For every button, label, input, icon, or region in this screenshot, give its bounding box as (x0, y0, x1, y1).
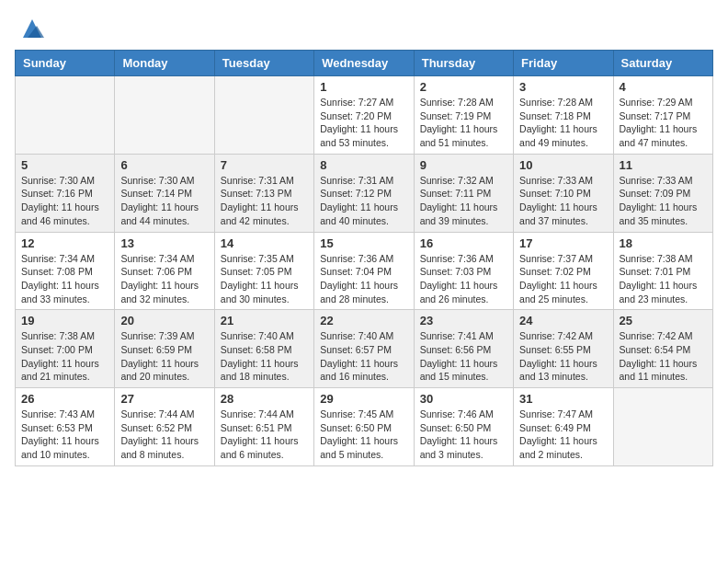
calendar-day-cell: 16Sunrise: 7:36 AM Sunset: 7:03 PM Dayli… (414, 232, 513, 310)
calendar-day-cell: 26Sunrise: 7:43 AM Sunset: 6:53 PM Dayli… (16, 388, 115, 466)
day-info: Sunrise: 7:30 AM Sunset: 7:14 PM Dayligh… (120, 174, 208, 228)
day-number: 13 (120, 236, 208, 250)
calendar-week-row: 12Sunrise: 7:34 AM Sunset: 7:08 PM Dayli… (16, 232, 713, 310)
empty-day-cell (115, 76, 214, 155)
day-info: Sunrise: 7:28 AM Sunset: 7:19 PM Dayligh… (420, 96, 507, 150)
weekday-header-wednesday: Wednesday (314, 51, 414, 76)
empty-day-cell (613, 388, 712, 466)
weekday-header-monday: Monday (115, 51, 214, 76)
calendar-day-cell: 24Sunrise: 7:42 AM Sunset: 6:55 PM Dayli… (514, 310, 613, 388)
day-info: Sunrise: 7:42 AM Sunset: 6:55 PM Dayligh… (519, 329, 607, 384)
day-number: 12 (21, 236, 108, 250)
calendar-day-cell: 1Sunrise: 7:27 AM Sunset: 7:20 PM Daylig… (314, 76, 414, 155)
calendar-week-row: 19Sunrise: 7:38 AM Sunset: 7:00 PM Dayli… (16, 310, 713, 388)
calendar-day-cell: 6Sunrise: 7:30 AM Sunset: 7:14 PM Daylig… (115, 154, 214, 232)
calendar-day-cell: 13Sunrise: 7:34 AM Sunset: 7:06 PM Dayli… (115, 232, 214, 310)
calendar-day-cell: 17Sunrise: 7:37 AM Sunset: 7:02 PM Dayli… (514, 232, 613, 310)
day-info: Sunrise: 7:31 AM Sunset: 7:12 PM Dayligh… (320, 174, 407, 228)
day-number: 5 (21, 158, 108, 172)
day-number: 23 (420, 314, 507, 327)
day-info: Sunrise: 7:30 AM Sunset: 7:16 PM Dayligh… (21, 174, 108, 228)
calendar-day-cell: 10Sunrise: 7:33 AM Sunset: 7:10 PM Dayli… (514, 154, 613, 232)
calendar-day-cell: 29Sunrise: 7:45 AM Sunset: 6:50 PM Dayli… (314, 388, 414, 466)
day-info: Sunrise: 7:43 AM Sunset: 6:53 PM Dayligh… (21, 408, 108, 462)
calendar-day-cell: 28Sunrise: 7:44 AM Sunset: 6:51 PM Dayli… (214, 388, 313, 466)
day-number: 1 (320, 80, 407, 94)
day-info: Sunrise: 7:34 AM Sunset: 7:08 PM Dayligh… (21, 252, 108, 306)
calendar-week-row: 5Sunrise: 7:30 AM Sunset: 7:16 PM Daylig… (16, 154, 713, 232)
calendar-day-cell: 19Sunrise: 7:38 AM Sunset: 7:00 PM Dayli… (16, 310, 115, 388)
day-number: 28 (221, 392, 308, 406)
day-number: 10 (519, 158, 607, 172)
calendar-day-cell: 18Sunrise: 7:38 AM Sunset: 7:01 PM Dayli… (613, 232, 712, 310)
day-number: 18 (620, 236, 707, 250)
calendar-day-cell: 15Sunrise: 7:36 AM Sunset: 7:04 PM Dayli… (314, 232, 414, 310)
calendar-day-cell: 25Sunrise: 7:42 AM Sunset: 6:54 PM Dayli… (613, 310, 712, 388)
calendar-table: SundayMondayTuesdayWednesdayThursdayFrid… (15, 50, 713, 466)
weekday-header-sunday: Sunday (16, 51, 115, 76)
day-number: 16 (420, 236, 507, 250)
calendar-day-cell: 21Sunrise: 7:40 AM Sunset: 6:58 PM Dayli… (214, 310, 313, 388)
day-number: 14 (221, 236, 308, 250)
day-info: Sunrise: 7:36 AM Sunset: 7:03 PM Dayligh… (420, 252, 507, 306)
day-number: 6 (120, 158, 208, 172)
day-number: 19 (21, 314, 108, 327)
day-info: Sunrise: 7:32 AM Sunset: 7:11 PM Dayligh… (420, 174, 507, 228)
calendar-week-row: 1Sunrise: 7:27 AM Sunset: 7:20 PM Daylig… (16, 76, 713, 155)
day-info: Sunrise: 7:29 AM Sunset: 7:17 PM Dayligh… (620, 96, 707, 150)
day-number: 27 (120, 392, 208, 406)
weekday-header-friday: Friday (514, 51, 613, 76)
day-info: Sunrise: 7:47 AM Sunset: 6:49 PM Dayligh… (519, 408, 607, 462)
day-info: Sunrise: 7:39 AM Sunset: 6:59 PM Dayligh… (120, 329, 208, 384)
logo-icon (18, 15, 46, 42)
calendar-day-cell: 23Sunrise: 7:41 AM Sunset: 6:56 PM Dayli… (414, 310, 513, 388)
day-number: 21 (221, 314, 308, 327)
calendar-day-cell: 12Sunrise: 7:34 AM Sunset: 7:08 PM Dayli… (16, 232, 115, 310)
day-info: Sunrise: 7:38 AM Sunset: 7:00 PM Dayligh… (21, 329, 108, 384)
calendar-day-cell: 9Sunrise: 7:32 AM Sunset: 7:11 PM Daylig… (414, 154, 513, 232)
calendar-day-cell: 5Sunrise: 7:30 AM Sunset: 7:16 PM Daylig… (16, 154, 115, 232)
day-number: 15 (320, 236, 407, 250)
page-header (15, 15, 713, 42)
day-info: Sunrise: 7:31 AM Sunset: 7:13 PM Dayligh… (221, 174, 308, 228)
day-number: 8 (320, 158, 407, 172)
calendar-day-cell: 2Sunrise: 7:28 AM Sunset: 7:19 PM Daylig… (414, 76, 513, 155)
day-number: 26 (21, 392, 108, 406)
day-number: 2 (420, 80, 507, 94)
day-number: 22 (320, 314, 407, 327)
weekday-header-saturday: Saturday (613, 51, 712, 76)
day-info: Sunrise: 7:27 AM Sunset: 7:20 PM Dayligh… (320, 96, 407, 150)
day-number: 30 (420, 392, 507, 406)
day-info: Sunrise: 7:46 AM Sunset: 6:50 PM Dayligh… (420, 408, 507, 462)
day-info: Sunrise: 7:33 AM Sunset: 7:10 PM Dayligh… (519, 174, 607, 228)
calendar-day-cell: 3Sunrise: 7:28 AM Sunset: 7:18 PM Daylig… (514, 76, 613, 155)
calendar-week-row: 26Sunrise: 7:43 AM Sunset: 6:53 PM Dayli… (16, 388, 713, 466)
day-number: 20 (120, 314, 208, 327)
day-info: Sunrise: 7:34 AM Sunset: 7:06 PM Dayligh… (120, 252, 208, 306)
calendar-day-cell: 11Sunrise: 7:33 AM Sunset: 7:09 PM Dayli… (613, 154, 712, 232)
logo (15, 15, 46, 42)
calendar-header-row: SundayMondayTuesdayWednesdayThursdayFrid… (16, 51, 713, 76)
day-info: Sunrise: 7:40 AM Sunset: 6:58 PM Dayligh… (221, 329, 308, 384)
calendar-day-cell: 7Sunrise: 7:31 AM Sunset: 7:13 PM Daylig… (214, 154, 313, 232)
day-number: 9 (420, 158, 507, 172)
calendar-day-cell: 31Sunrise: 7:47 AM Sunset: 6:49 PM Dayli… (514, 388, 613, 466)
day-info: Sunrise: 7:33 AM Sunset: 7:09 PM Dayligh… (620, 174, 707, 228)
calendar-day-cell: 27Sunrise: 7:44 AM Sunset: 6:52 PM Dayli… (115, 388, 214, 466)
calendar-day-cell: 4Sunrise: 7:29 AM Sunset: 7:17 PM Daylig… (613, 76, 712, 155)
day-number: 17 (519, 236, 607, 250)
calendar-day-cell: 14Sunrise: 7:35 AM Sunset: 7:05 PM Dayli… (214, 232, 313, 310)
day-number: 4 (620, 80, 707, 94)
weekday-header-tuesday: Tuesday (214, 51, 313, 76)
day-info: Sunrise: 7:35 AM Sunset: 7:05 PM Dayligh… (221, 252, 308, 306)
day-info: Sunrise: 7:37 AM Sunset: 7:02 PM Dayligh… (519, 252, 607, 306)
calendar-day-cell: 30Sunrise: 7:46 AM Sunset: 6:50 PM Dayli… (414, 388, 513, 466)
day-number: 24 (519, 314, 607, 327)
day-info: Sunrise: 7:40 AM Sunset: 6:57 PM Dayligh… (320, 329, 407, 384)
calendar-day-cell: 8Sunrise: 7:31 AM Sunset: 7:12 PM Daylig… (314, 154, 414, 232)
day-number: 11 (620, 158, 707, 172)
calendar-day-cell: 22Sunrise: 7:40 AM Sunset: 6:57 PM Dayli… (314, 310, 414, 388)
day-info: Sunrise: 7:38 AM Sunset: 7:01 PM Dayligh… (620, 252, 707, 306)
empty-day-cell (214, 76, 313, 155)
day-number: 3 (519, 80, 607, 94)
